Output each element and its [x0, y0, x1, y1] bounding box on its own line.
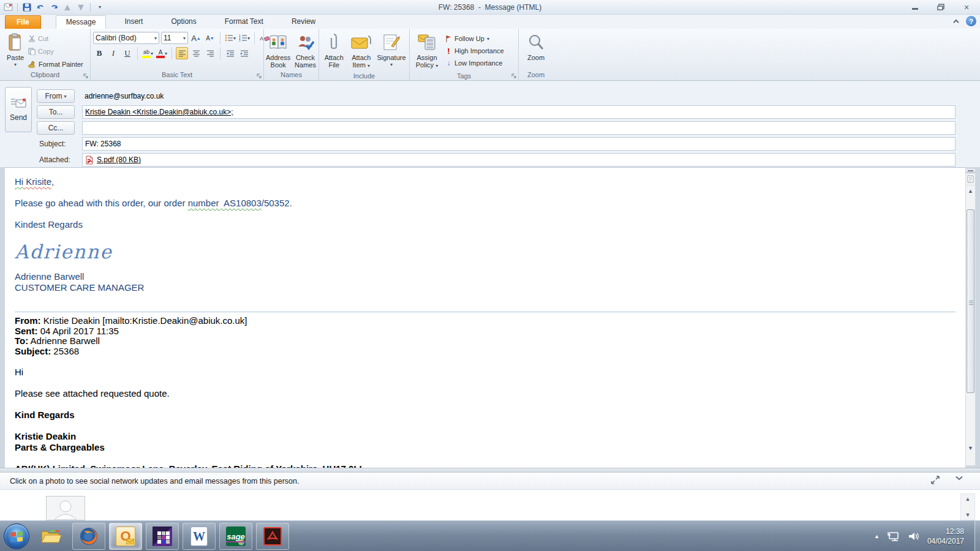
- shrink-font-button[interactable]: A▼: [204, 32, 216, 44]
- attachment-item[interactable]: S.pdf (80 KB): [85, 156, 141, 165]
- network-icon[interactable]: [887, 531, 900, 542]
- attach-item-icon: [351, 32, 372, 53]
- close-button[interactable]: ×: [958, 2, 975, 12]
- taskbar-explorer-button[interactable]: [39, 526, 64, 547]
- align-right-button[interactable]: [204, 47, 216, 59]
- taskbar-outlook-button[interactable]: O: [109, 523, 142, 550]
- from-button[interactable]: From ▾: [37, 89, 75, 103]
- scroll-up-icon[interactable]: ▲: [966, 186, 975, 196]
- tab-message[interactable]: Message: [56, 15, 107, 29]
- start-button[interactable]: [4, 523, 29, 549]
- quoted-hi: Hi: [15, 367, 965, 378]
- show-desktop-button[interactable]: [974, 521, 980, 551]
- tab-format-text[interactable]: Format Text: [215, 15, 273, 29]
- bullets-caret-icon: ▾: [233, 36, 236, 41]
- italic-button[interactable]: I: [107, 47, 119, 59]
- basic-text-dialog-launcher-icon[interactable]: [257, 73, 262, 78]
- volume-icon[interactable]: [908, 531, 920, 542]
- adobe-reader-icon: [263, 527, 282, 545]
- copy-button[interactable]: Copy: [28, 46, 83, 57]
- send-button[interactable]: Send: [5, 87, 32, 132]
- expand-people-pane-icon[interactable]: [931, 476, 940, 484]
- align-center-button[interactable]: [190, 47, 202, 59]
- low-importance-button[interactable]: ↓ Low Importance: [445, 58, 504, 69]
- tab-options[interactable]: Options: [161, 15, 206, 29]
- tags-dialog-launcher-icon[interactable]: [511, 73, 516, 78]
- numbering-icon: 123: [239, 34, 247, 42]
- check-names-button[interactable]: Check Names: [293, 31, 318, 70]
- scroll-down-icon[interactable]: ▼: [966, 443, 975, 453]
- clipboard-dialog-launcher-icon[interactable]: [83, 73, 88, 78]
- people-pane-scrollbar[interactable]: ▲ ▼: [960, 493, 975, 520]
- collapse-ribbon-icon[interactable]: [952, 19, 960, 24]
- align-center-icon: [192, 50, 200, 57]
- signature-title: CUSTOMER CARE MANAGER: [15, 282, 965, 293]
- underline-button[interactable]: U: [121, 47, 134, 59]
- people-pane-hint: Click on a photo to see social network u…: [10, 477, 299, 485]
- people-pane-chevron-icon[interactable]: [956, 476, 963, 484]
- message-body[interactable]: Hi Krisite, Please go ahead with this or…: [5, 167, 965, 468]
- svg-text:3: 3: [239, 39, 241, 42]
- follow-up-flag-icon: [445, 35, 452, 42]
- hidden-icons-arrow[interactable]: ▲: [874, 533, 880, 539]
- assign-policy-button[interactable]: Assign Policy ▾: [412, 31, 442, 71]
- to-field[interactable]: Kristie Deakin <Kristie.Deakin@abiuk.co.…: [82, 105, 956, 119]
- attach-file-button[interactable]: Attach File: [322, 31, 347, 71]
- taskbar-word-button[interactable]: W: [183, 523, 216, 550]
- help-icon[interactable]: ?: [966, 16, 976, 26]
- format-painter-icon: [28, 61, 36, 68]
- cc-button[interactable]: Cc...: [37, 121, 75, 135]
- people-scroll-up-icon[interactable]: ▲: [965, 496, 971, 502]
- decrease-indent-button[interactable]: [224, 47, 236, 59]
- people-scroll-down-icon[interactable]: ▼: [965, 512, 971, 518]
- numbering-button[interactable]: 123 ▾: [238, 32, 251, 44]
- ruler-toggle-icon[interactable]: [966, 173, 975, 186]
- bold-button[interactable]: B: [93, 47, 105, 59]
- taskbar-sage-button[interactable]: sage: [219, 523, 252, 550]
- zoom-button[interactable]: Zoom: [522, 31, 549, 70]
- zoom-group-label: Zoom: [519, 70, 553, 80]
- tab-insert[interactable]: Insert: [115, 15, 153, 29]
- increase-indent-button[interactable]: [238, 47, 251, 59]
- font-size-combo[interactable]: 11 ▾: [161, 32, 188, 44]
- grow-font-button[interactable]: A▲: [190, 32, 202, 44]
- taskbar-firefox-button[interactable]: [72, 523, 105, 550]
- font-name-combo[interactable]: Calibri (Bod) ▾: [93, 32, 159, 44]
- font-color-caret-icon: ▾: [165, 51, 167, 56]
- ribbon-group-tags: Assign Policy ▾ Follow Up ▾ ! High Impor…: [410, 29, 519, 80]
- taskbar-grid-app-button[interactable]: [146, 523, 179, 550]
- cc-field[interactable]: [82, 121, 956, 135]
- subject-field[interactable]: FW: 25368: [82, 137, 956, 151]
- minimize-button[interactable]: [907, 2, 924, 12]
- highlight-icon: ab: [142, 49, 151, 58]
- follow-up-button[interactable]: Follow Up ▾: [445, 33, 504, 44]
- font-color-button[interactable]: A ▾: [156, 47, 168, 59]
- highlight-button[interactable]: ab ▾: [141, 47, 154, 59]
- align-left-icon: [178, 50, 186, 57]
- align-left-button[interactable]: [176, 47, 188, 59]
- split-handle[interactable]: [966, 169, 975, 173]
- to-button[interactable]: To...: [37, 105, 75, 119]
- tab-file[interactable]: File: [5, 15, 41, 29]
- cut-button[interactable]: Cut: [28, 33, 83, 44]
- taskbar-adobe-reader-button[interactable]: [256, 523, 289, 550]
- format-painter-button[interactable]: Format Painter: [28, 59, 83, 70]
- taskbar-clock[interactable]: 12:38 04/04/2017: [927, 527, 973, 546]
- attach-item-button[interactable]: Attach Item ▾: [348, 31, 375, 71]
- pdf-file-icon: [85, 156, 94, 165]
- scrollbar-thumb[interactable]: [967, 209, 974, 393]
- bullets-button[interactable]: ▾: [224, 32, 236, 44]
- high-importance-button[interactable]: ! High Importance: [445, 45, 504, 56]
- signature-button[interactable]: Signature ▾: [376, 31, 407, 71]
- windows-logo-icon: [10, 530, 23, 542]
- people-pane-splitter[interactable]: [0, 468, 980, 473]
- paste-button[interactable]: Paste ▾: [2, 31, 28, 70]
- scrollbar-track[interactable]: [966, 196, 975, 443]
- address-book-button[interactable]: Address Book: [265, 31, 292, 70]
- paste-caret-icon: ▾: [14, 61, 17, 69]
- vertical-scrollbar[interactable]: ▲ ▼: [965, 168, 976, 466]
- contact-photo-placeholder[interactable]: [46, 496, 85, 520]
- numbering-caret-icon: ▾: [247, 36, 250, 41]
- restore-button[interactable]: [932, 2, 949, 12]
- tab-review[interactable]: Review: [282, 15, 325, 29]
